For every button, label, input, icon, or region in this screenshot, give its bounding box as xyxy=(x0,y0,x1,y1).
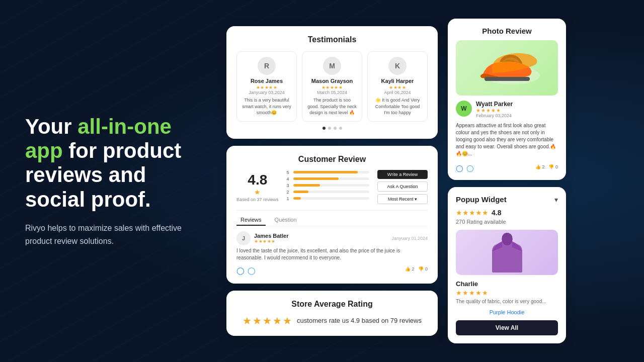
avatar-rose: R xyxy=(258,57,276,75)
rating-count: Based on 37 reviews xyxy=(236,197,279,202)
facebook-icon[interactable]: ◯ xyxy=(236,266,245,275)
social-like-row-wyatt: ◯ ◯ 👍 2 👎 0 xyxy=(456,161,558,172)
dot-1[interactable] xyxy=(323,127,326,130)
tab-reviews[interactable]: Reviews xyxy=(236,215,266,226)
name-mason: Mason Grayson xyxy=(307,78,357,84)
bar-track-1 xyxy=(293,197,369,200)
store-avg-title: Store Average Rating xyxy=(236,300,428,309)
stars-mason: ★★★★★ xyxy=(307,85,357,90)
bar-row-3: 3 xyxy=(287,183,369,188)
store-avg-card: Store Average Rating ★★★★★ customers rat… xyxy=(226,291,438,336)
review-footer: ◯ ◯ 👍 2 👎 0 xyxy=(236,263,428,275)
testimonial-item-rose: R Rose James ★★★★★ Janyuary 03,2024 This… xyxy=(236,51,297,122)
text-mason: The product is soo good. Specially the n… xyxy=(307,97,357,116)
photo-review-image xyxy=(456,40,558,96)
photo-reviewer-info: W Wyatt Parker ★★★★★ February 03,2024 xyxy=(456,101,558,118)
testimonials-title: Testimonials xyxy=(236,35,428,44)
bar-track-5 xyxy=(293,171,369,173)
bar-row-1: 1 xyxy=(287,196,369,201)
like-row-wyatt: 👍 2 👎 0 xyxy=(535,164,558,169)
date-mason: March 05,2024 xyxy=(307,90,357,95)
dot-3[interactable] xyxy=(334,127,337,130)
dot-2[interactable] xyxy=(328,127,331,130)
popup-reviewer-name: Charlie xyxy=(456,280,558,288)
reviewer-row: J James Batler ★★★★★ Janyuary 01,2024 xyxy=(236,231,428,245)
popup-header: Popup Widget ▾ xyxy=(456,195,558,204)
bar-fill-1 xyxy=(293,197,301,200)
reviewer-details-wyatt: Wyatt Parker ★★★★★ February 03,2024 xyxy=(476,101,558,118)
hero-section: Your all-in-one app for product reviews … xyxy=(0,95,216,267)
bar-row-5: 5 xyxy=(287,170,369,175)
twitter-icon-wyatt[interactable]: ◯ xyxy=(466,164,474,172)
testimonial-item-kayli: K Kayli Harper ★★★★ April 06,2024 🌟 It i… xyxy=(367,51,428,122)
stars-wyatt: ★★★★★ xyxy=(476,108,558,113)
popup-product-link[interactable]: Purple Hoodie xyxy=(456,309,558,315)
reviewer-date-j: Janyuary 01,2024 xyxy=(391,236,428,241)
customer-review-card: Customer Review 4.8 ★ Based on 37 review… xyxy=(226,146,438,284)
text-kayli: 🌟 It is good And Very Comfortable Too go… xyxy=(373,97,422,116)
hero-subtitle: Rivyo helps to maximize sales with effec… xyxy=(25,222,186,247)
testimonials-grid: R Rose James ★★★★★ Janyuary 03,2024 This… xyxy=(236,51,428,122)
name-kayli: Kayli Harper xyxy=(373,78,422,84)
popup-count: 270 Rating available xyxy=(456,219,558,225)
popup-widget-card: Popup Widget ▾ ★★★★★ 4.8 270 Rating avai… xyxy=(448,187,566,343)
middle-section: Testimonials R Rose James ★★★★★ Janyuary… xyxy=(216,21,448,341)
social-icons-wyatt: ◯ ◯ xyxy=(456,164,474,172)
carousel-dots xyxy=(236,127,428,130)
bar-fill-4 xyxy=(293,177,339,180)
thumbs-down-icon[interactable]: 👎 0 xyxy=(418,266,428,272)
thumbs-down-wyatt[interactable]: 👎 0 xyxy=(548,164,558,169)
like-row: 👍 2 👎 0 xyxy=(405,266,428,272)
bar-fill-2 xyxy=(293,191,308,193)
stars-kayli: ★★★★ xyxy=(373,85,422,90)
social-icons-review: ◯ ◯ xyxy=(236,266,256,275)
bar-label-4: 4 xyxy=(287,176,291,182)
store-stars: ★★★★★ xyxy=(243,315,293,327)
sort-button[interactable]: Most Recent ▾ xyxy=(377,194,428,204)
popup-reviewer-stars: ★★★★★ xyxy=(456,289,558,297)
ask-question-button[interactable]: Ask A Question xyxy=(377,182,428,192)
bar-track-2 xyxy=(293,191,369,193)
reviewer-name-j: James Batler xyxy=(254,233,289,239)
text-rose: This is a very beautiful smart watch, it… xyxy=(242,97,291,116)
svg-rect-1 xyxy=(485,77,530,81)
popup-widget-title: Popup Widget xyxy=(456,195,507,204)
rating-number: 4.8 xyxy=(248,172,267,188)
popup-stars: ★★★★★ xyxy=(456,209,489,217)
bar-row-4: 4 xyxy=(287,176,369,182)
write-review-button[interactable]: Write a Review xyxy=(377,170,428,179)
bar-label-2: 2 xyxy=(287,190,291,195)
date-kayli: April 06,2024 xyxy=(373,90,422,95)
avatar-kayli: K xyxy=(388,57,407,75)
photo-review-title: Photo Review xyxy=(456,27,558,35)
date-rose: Janyuary 03,2024 xyxy=(242,90,291,95)
store-rating-row: ★★★★★ customers rate us 4.9 based on 79 … xyxy=(236,315,428,327)
text-wyatt: Appears attractive at first look also gr… xyxy=(456,122,558,157)
sneaker-svg xyxy=(472,48,542,88)
popup-rating-row: ★★★★★ 4.8 xyxy=(456,209,558,217)
popup-product-image xyxy=(456,230,558,275)
review-summary: 4.8 ★ Based on 37 reviews 5 4 xyxy=(236,170,428,204)
popup-rating-num: 4.8 xyxy=(492,209,501,217)
avatar-wyatt: W xyxy=(456,101,472,117)
tab-question[interactable]: Question xyxy=(271,215,301,226)
thumbs-up-wyatt[interactable]: 👍 2 xyxy=(535,164,545,169)
avatar-mason: M xyxy=(323,57,341,75)
dot-4[interactable] xyxy=(339,127,342,130)
review-buttons: Write a Review Ask A Question Most Recen… xyxy=(377,170,428,204)
rating-star-big: ★ xyxy=(254,188,261,196)
bar-label-1: 1 xyxy=(287,196,291,201)
review-text-j: I loved the taste of the juice, its exce… xyxy=(236,247,428,261)
thumbs-up-icon[interactable]: 👍 2 xyxy=(405,266,415,272)
facebook-icon-wyatt[interactable]: ◯ xyxy=(456,164,463,172)
hero-title-plain: Your xyxy=(25,115,77,138)
review-entry: J James Batler ★★★★★ Janyuary 01,2024 I … xyxy=(236,231,428,275)
view-all-button[interactable]: View All xyxy=(456,320,558,335)
chevron-down-icon[interactable]: ▾ xyxy=(554,196,558,204)
rating-big: 4.8 ★ Based on 37 reviews xyxy=(236,170,279,204)
svg-point-2 xyxy=(503,233,511,240)
store-rating-text: customers rate us 4.9 based on 79 review… xyxy=(297,317,422,324)
twitter-icon[interactable]: ◯ xyxy=(248,266,256,275)
bar-fill-5 xyxy=(293,171,358,173)
testimonials-card: Testimonials R Rose James ★★★★★ Janyuary… xyxy=(226,26,438,139)
